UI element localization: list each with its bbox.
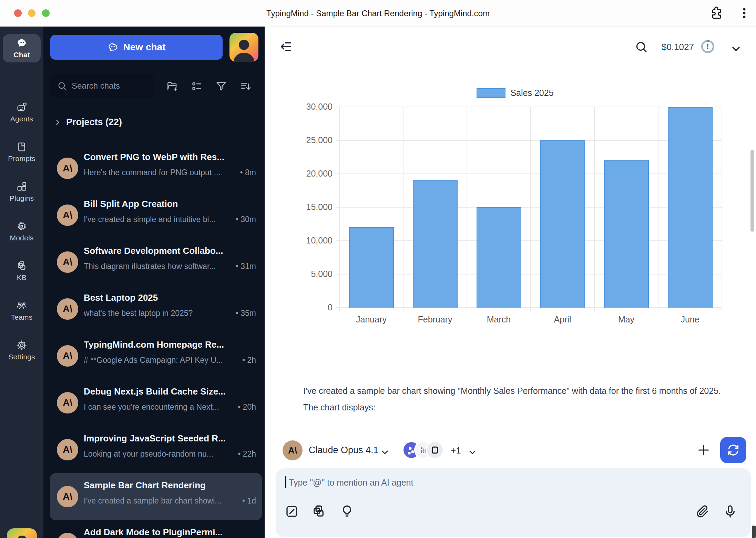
microphone-icon[interactable]: [723, 504, 737, 519]
bar-january: [349, 227, 394, 308]
bar-april: [540, 140, 585, 308]
chat-preview-row: I've created a sample bar chart showi...…: [84, 496, 256, 506]
search-conversation-icon[interactable]: [635, 40, 648, 53]
nav-item-kb[interactable]: KB: [0, 260, 43, 282]
gridline-v: [339, 107, 340, 308]
anthropic-avatar: A\: [57, 298, 78, 320]
chat-list-item[interactable]: A\Bill Split App CreationI've created a …: [50, 192, 262, 239]
anthropic-avatar: A\: [57, 205, 78, 226]
bar-february: [413, 180, 458, 308]
gridline-v: [658, 107, 658, 308]
x-axis-tick: [530, 308, 531, 311]
y-axis-tick-label: 10,000: [303, 236, 333, 246]
new-chat-button[interactable]: New chat: [50, 35, 223, 60]
chat-list-item[interactable]: A\Sample Bar Chart RenderingI've created…: [50, 473, 262, 520]
nav-item-prompts[interactable]: Prompts: [0, 141, 43, 163]
model-selector[interactable]: Claude Opus 4.1: [309, 445, 379, 456]
chat-time: • 35m: [236, 309, 256, 318]
browser-menu-icon[interactable]: [737, 6, 752, 21]
nav-item-chat[interactable]: Chat: [3, 34, 41, 62]
regenerate-button[interactable]: [720, 437, 746, 463]
message-input[interactable]: Type "@" to mention an AI agent: [276, 468, 751, 537]
x-axis-tick: [339, 308, 340, 311]
chat-list-item[interactable]: A\Improving JavaScript Seeded R...Lookin…: [50, 426, 262, 473]
canvas-icon[interactable]: [285, 504, 299, 519]
nav-item-teams[interactable]: Teams: [0, 300, 43, 321]
chat-title: Convert PNG to WebP with Res...: [84, 152, 255, 162]
anthropic-avatar: A\: [57, 533, 78, 538]
chat-bubble-icon: [16, 38, 27, 49]
nav-item-agents[interactable]: Agents: [0, 102, 43, 123]
nav-item-plugins[interactable]: Plugins: [0, 181, 43, 202]
assistant-message: I've created a sample bar chart showing …: [303, 382, 732, 416]
chat-time: • 2h: [242, 356, 256, 365]
chevron-right-icon: [54, 119, 61, 126]
scrollbar-thumb[interactable]: [750, 150, 754, 232]
new-chat-label: New chat: [123, 42, 166, 53]
chart-legend[interactable]: Sales 2025: [303, 88, 727, 98]
y-axis-tick-label: 20,000: [303, 169, 333, 179]
nav-item-models[interactable]: Models: [0, 221, 43, 242]
chat-preview-row: what's the best laptop in 2025?• 35m: [84, 309, 256, 318]
chat-preview: I can see you're encountering a Next...: [84, 402, 233, 412]
chat-preview: # **Google Ads Campaign: API Key U...: [84, 356, 237, 365]
chat-list-item[interactable]: A\Convert PNG to WebP with Res...Here's …: [50, 145, 262, 192]
bar-may: [604, 160, 649, 308]
anthropic-avatar: A\: [57, 158, 78, 179]
x-axis-tick: [594, 308, 595, 311]
filter-icon[interactable]: [215, 80, 227, 92]
chat-preview-row: This diagram illustrates how softwar...•…: [84, 262, 256, 271]
gridline-h: [336, 240, 722, 241]
gridline-h: [336, 274, 722, 275]
projects-label: Projects (22): [66, 117, 122, 128]
user-avatar[interactable]: [7, 528, 37, 538]
titlebar: TypingMind - Sample Bar Chart Rendering …: [0, 0, 756, 27]
chat-bubble-icon: [108, 42, 119, 53]
x-axis-category-label: May: [594, 315, 658, 325]
plugins-chevron-down-icon[interactable]: [468, 448, 477, 457]
gridline-h: [336, 140, 722, 141]
x-axis-category-label: January: [339, 315, 403, 325]
sort-icon[interactable]: [240, 80, 252, 92]
window-title: TypingMind - Sample Bar Chart Rendering …: [0, 9, 756, 18]
bulk-select-icon[interactable]: [191, 80, 203, 92]
thread-divider: [556, 69, 748, 69]
chat-list-item[interactable]: A\Add Dark Mode to PluginPermi...: [50, 520, 262, 538]
plugin-icon-3[interactable]: [426, 441, 444, 459]
chevron-down-icon[interactable]: [731, 43, 742, 54]
anthropic-avatar: A\: [57, 251, 78, 273]
kb-copies-icon: [16, 260, 27, 271]
credit-balance[interactable]: $0.1027: [662, 42, 694, 52]
y-axis-tick-label: 25,000: [303, 135, 333, 145]
plugins-more-count[interactable]: +1: [451, 445, 461, 456]
x-axis-tick: [658, 308, 658, 311]
nav-item-settings[interactable]: Settings: [0, 340, 43, 361]
chat-list-item[interactable]: A\TypingMind.com Homepage Re...# **Googl…: [50, 332, 262, 379]
model-chevron-down-icon[interactable]: [380, 448, 389, 457]
chat-list-item[interactable]: A\Debug Next.js Build Cache Size...I can…: [50, 379, 262, 426]
collapse-sidebar-icon[interactable]: [279, 40, 293, 53]
anthropic-avatar: A\: [57, 392, 78, 414]
usage-gauge-icon[interactable]: !: [700, 39, 715, 54]
browser-extensions-icon[interactable]: [709, 6, 724, 20]
anthropic-avatar: A\: [57, 345, 78, 367]
projects-section-header[interactable]: Projects (22): [54, 117, 122, 128]
attach-file-icon[interactable]: [695, 504, 710, 519]
chat-time: • 30m: [236, 215, 256, 224]
ideas-lightbulb-icon[interactable]: [340, 504, 354, 519]
chat-time: • 1d: [242, 496, 256, 506]
chat-list-item[interactable]: A\Software Development Collabo...This di…: [50, 239, 262, 286]
chat-time: • 8m: [240, 168, 256, 177]
prompt-library-icon[interactable]: [311, 504, 326, 519]
prompts-book-icon: [16, 141, 27, 152]
new-folder-icon[interactable]: [166, 80, 178, 92]
user-avatar-photo: [7, 528, 37, 538]
anthropic-avatar: A\: [57, 486, 78, 507]
chat-list-item[interactable]: A\Best Laptop 2025what's the best laptop…: [50, 286, 262, 332]
y-axis-tick-label: 15,000: [303, 202, 333, 212]
search-chats-input[interactable]: Search chats: [50, 73, 154, 98]
add-attachment-button[interactable]: [696, 442, 711, 458]
scrollbar-thumb-bottom[interactable]: [752, 526, 756, 538]
models-chip-icon: [16, 221, 27, 232]
account-avatar[interactable]: [229, 33, 258, 62]
